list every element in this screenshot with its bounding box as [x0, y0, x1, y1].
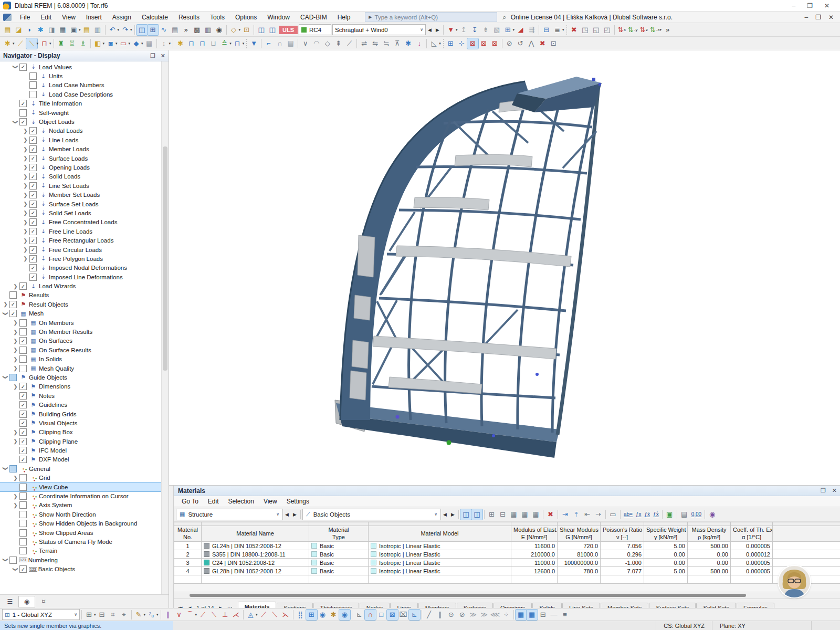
visibility-checkbox[interactable]: ✓: [19, 438, 27, 445]
visibility-checkbox[interactable]: ✓: [29, 228, 37, 235]
tree-item-load-wizards[interactable]: ❯✓⇣Load Wizards: [0, 281, 162, 290]
menu-tools[interactable]: Tools: [205, 13, 230, 22]
decimal-places-icon[interactable]: 0,00: [690, 509, 703, 520]
sync-selection-icon[interactable]: ◫: [460, 509, 471, 520]
nav-tab-data-icon[interactable]: ☰: [2, 596, 18, 607]
zoom-cancel-icon[interactable]: ✖: [569, 25, 580, 35]
previous-load-case-button[interactable]: ◀: [426, 25, 434, 35]
column-header-material-name[interactable]: Material Name: [202, 526, 309, 542]
view-minus-x-icon[interactable]: ⇅-x: [649, 25, 660, 35]
tree-item-free-line-loads[interactable]: ❯✓⇣Free Line Loads: [0, 227, 162, 236]
expander-closed-icon[interactable]: ❯: [22, 228, 29, 234]
visibility-checkbox[interactable]: ✓: [29, 246, 37, 254]
tree-item-show-clipped-areas[interactable]: ●Show Clipped Areas: [0, 528, 162, 537]
visibility-checkbox[interactable]: ✓: [29, 237, 37, 244]
visibility-checkbox[interactable]: ✓: [19, 337, 27, 344]
edit-selection-icon[interactable]: ⊡: [241, 25, 252, 35]
coordinate-system-combo[interactable]: ⊞ 1 - Global XYZ ∨: [2, 609, 80, 620]
dropdown-caret-icon[interactable]: ▾: [660, 28, 662, 32]
node-tool-icon[interactable]: ✱: [2, 38, 13, 49]
expander-open-icon[interactable]: ❯: [3, 310, 8, 317]
select-cross-icon[interactable]: ⊠: [387, 610, 398, 620]
save-icon[interactable]: ▦: [57, 25, 68, 35]
move-down-icon[interactable]: ⇢: [593, 509, 604, 520]
tree-item-free-polygon-loads[interactable]: ❯✓⇣Free Polygon Loads: [0, 254, 162, 263]
visibility-checkbox[interactable]: ✓: [29, 255, 37, 262]
filter-icon[interactable]: ▼: [248, 38, 259, 49]
abacus-icon[interactable]: ≣: [552, 25, 563, 35]
visibility-checkbox[interactable]: [19, 529, 27, 537]
expander-closed-icon[interactable]: ❯: [12, 356, 19, 362]
expander-closed-icon[interactable]: ❯: [12, 365, 19, 371]
mesh-points-icon[interactable]: ⊹: [456, 38, 467, 49]
tree-item-visual-objects[interactable]: ✓⚑Visual Objects: [0, 418, 162, 427]
nav-tab-views-icon[interactable]: ⌑: [36, 596, 51, 607]
visibility-checkbox[interactable]: [19, 547, 27, 554]
visibility-checkbox[interactable]: [19, 474, 27, 481]
member-tool-icon[interactable]: ⟍: [26, 38, 37, 49]
table-icon[interactable]: ▤: [170, 25, 181, 35]
window-close-button[interactable]: ✕: [824, 2, 830, 9]
vee-icon[interactable]: ∨: [300, 38, 311, 49]
search-input[interactable]: ▶ Type a keyword (Alt+Q): [365, 12, 497, 22]
expander-closed-icon[interactable]: ❯: [22, 128, 29, 134]
material-row-4[interactable]: 4GL28h | DIN 1052:2008-12BasicIsotropic …: [174, 567, 840, 575]
tree-item-on-surface-results[interactable]: ❯▦On Surface Results: [0, 345, 162, 354]
expander-open-icon[interactable]: ❯: [3, 374, 8, 381]
dropdown-caret-icon[interactable]: ▾: [37, 41, 39, 46]
visibility-checkbox[interactable]: ✓: [19, 392, 27, 400]
expander-closed-icon[interactable]: ❯: [22, 137, 29, 143]
visibility-checkbox[interactable]: ✓: [19, 383, 27, 390]
import-row-icon[interactable]: ⤒: [571, 509, 582, 520]
materials-undock-icon[interactable]: ❐: [821, 487, 826, 494]
snap-parallel-icon[interactable]: ∥: [163, 610, 174, 620]
visibility-checkbox[interactable]: ✓: [19, 428, 27, 436]
fx3-icon[interactable]: ƒx̂: [652, 509, 660, 520]
select-icon[interactable]: ◇: [228, 25, 239, 35]
expander-closed-icon[interactable]: ❯: [12, 475, 19, 481]
visibility-checkbox[interactable]: ✓: [19, 565, 27, 573]
expander-closed-icon[interactable]: ❯: [22, 247, 29, 253]
tree-item-surface-loads[interactable]: ❯✓⇣Surface Loads: [0, 154, 162, 163]
user-avatar[interactable]: [779, 566, 810, 597]
cube-icon[interactable]: ◇: [322, 38, 333, 49]
view-x-icon[interactable]: ⇅x: [616, 25, 627, 35]
tree-item-ifc-model[interactable]: ✓⚑IFC Model: [0, 446, 162, 455]
arch-tool-icon[interactable]: ⊔: [208, 38, 219, 49]
status-resize-grip[interactable]: [811, 621, 840, 630]
open-model-icon[interactable]: ◪: [13, 25, 24, 35]
expander-closed-icon[interactable]: ❯: [22, 256, 29, 261]
table-group-combo[interactable]: ▦ Structure ∨: [176, 509, 283, 520]
table-category-combo[interactable]: ⟋ Basic Objects ∨: [302, 509, 441, 520]
tree-item-numbering[interactable]: ❯123Numbering: [0, 555, 162, 564]
line-support-icon[interactable]: ♖: [67, 38, 78, 49]
expander-closed-icon[interactable]: ❯: [12, 347, 19, 353]
move-up-icon[interactable]: ⇤: [582, 509, 593, 520]
import-icon[interactable]: ◨: [46, 25, 57, 35]
visibility-checkbox[interactable]: [19, 365, 27, 372]
tree-item-terrain[interactable]: ●Terrain: [0, 547, 162, 555]
tree-item-free-circular-loads[interactable]: ❯✓⇣Free Circular Loads: [0, 245, 162, 254]
guide-line3-icon[interactable]: ⋋: [280, 610, 291, 620]
dropdown-caret-icon[interactable]: ▾: [79, 28, 81, 32]
origin-icon[interactable]: ⌖: [119, 610, 130, 620]
table-export-icon[interactable]: ▣: [664, 509, 675, 520]
column-header-type[interactable]: MaterialType: [309, 526, 369, 542]
expander-closed-icon[interactable]: ❯: [12, 438, 19, 444]
rotate-icon[interactable]: ⊘: [504, 38, 515, 49]
drop-icon[interactable]: ↓: [414, 38, 425, 49]
visibility-checkbox[interactable]: ✓: [19, 64, 27, 71]
visibility-checkbox[interactable]: ✓: [29, 274, 37, 281]
expander-closed-icon[interactable]: ❯: [22, 201, 29, 207]
arc-icon[interactable]: ∩: [274, 38, 285, 49]
copy-all-icon[interactable]: ◫: [267, 25, 278, 35]
tree-item-notes[interactable]: ✓⚑Notes: [0, 391, 162, 400]
dropdown-caret-icon[interactable]: ▾: [141, 41, 143, 46]
surface-support-icon[interactable]: ♗: [78, 38, 89, 49]
column-header--kg-m-[interactable]: Mass Densityρ [kg/m³]: [688, 526, 731, 542]
align-4-icon[interactable]: ⊼: [392, 38, 403, 49]
visibility-checkbox[interactable]: [19, 346, 27, 354]
snap-cross-icon[interactable]: ⟍: [208, 610, 219, 620]
visibility-checkbox[interactable]: ✓: [9, 301, 17, 308]
grid-member-icon[interactable]: ⊓: [232, 38, 243, 49]
